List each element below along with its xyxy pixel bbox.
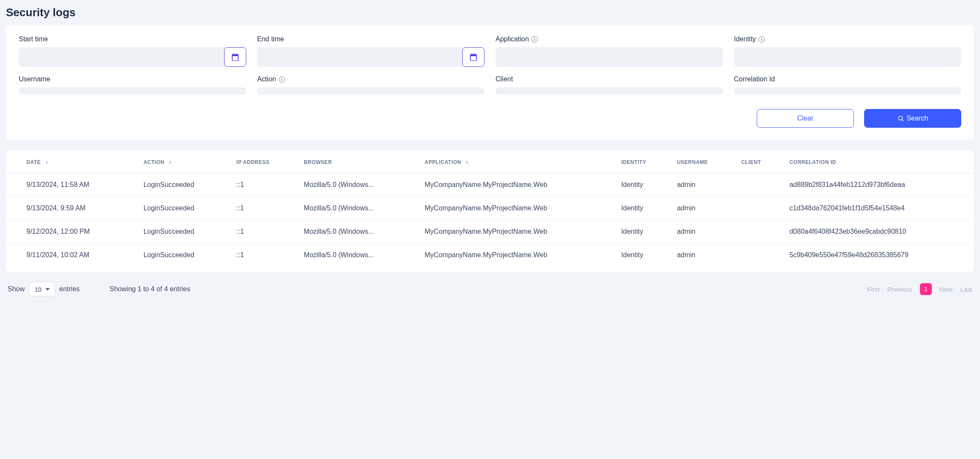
start-time-label: Start time [19, 35, 246, 43]
cell-ip: ::1 [230, 173, 297, 197]
sort-icon: ▲▼ [45, 161, 49, 164]
cell-correlation: c1d348da762041feb1f1d5f54e1548e4 [783, 197, 974, 220]
end-time-label: End time [257, 35, 485, 43]
cell-action: LoginSucceeded [137, 173, 230, 197]
pager-next[interactable]: Next [940, 286, 953, 293]
info-icon[interactable]: i [531, 36, 538, 43]
start-time-calendar-button[interactable] [224, 47, 246, 67]
search-button[interactable]: Search [864, 109, 961, 128]
col-ip-address: IP ADDRESS [230, 150, 297, 173]
cell-username: admin [670, 173, 735, 197]
username-input[interactable] [19, 87, 246, 95]
cell-action: LoginSucceeded [137, 220, 230, 244]
identity-input[interactable] [734, 47, 962, 67]
cell-application: MyCompanyName.MyProjectName.Web [418, 173, 614, 197]
page-title: Security logs [6, 6, 974, 19]
pager: First Previous 1 Next Last [867, 283, 972, 295]
cell-browser: Mozilla/5.0 (Windows... [297, 173, 418, 197]
search-icon [897, 115, 904, 122]
start-time-input[interactable] [19, 47, 225, 67]
cell-application: MyCompanyName.MyProjectName.Web [418, 220, 614, 244]
cell-correlation: ad889b2f831a44feb1212d973bf6deaa [783, 173, 974, 197]
col-browser: BROWSER [297, 150, 418, 173]
info-icon[interactable]: i [758, 36, 765, 43]
calendar-icon [470, 53, 477, 61]
application-input[interactable] [496, 47, 723, 67]
showing-text: Showing 1 to 4 of 4 entries [110, 285, 190, 293]
pager-current[interactable]: 1 [920, 283, 932, 295]
filter-start-time: Start time [19, 35, 246, 67]
application-label: Application i [496, 35, 723, 43]
client-label: Client [496, 75, 723, 83]
entries-label: entries [59, 285, 80, 293]
cell-action: LoginSucceeded [137, 197, 230, 220]
pager-last[interactable]: Last [960, 286, 972, 293]
cell-client [735, 197, 783, 220]
cell-ip: ::1 [230, 220, 297, 244]
cell-username: admin [670, 244, 735, 267]
col-client: CLIENT [735, 150, 783, 173]
action-label: Action i [257, 75, 485, 83]
col-correlation-id: CORRELATION ID [783, 150, 974, 173]
cell-date: 9/13/2024, 11:58 AM [6, 173, 137, 197]
table-row: 9/13/2024, 9:59 AMLoginSucceeded::1Mozil… [6, 197, 974, 220]
pager-previous[interactable]: Previous [887, 286, 912, 293]
cell-username: admin [670, 220, 735, 244]
cell-ip: ::1 [230, 244, 297, 267]
filter-application: Application i [496, 35, 723, 67]
cell-date: 9/13/2024, 9:59 AM [6, 197, 137, 220]
cell-correlation: d080a4f6408f423eb36ee9cabdc90810 [783, 220, 974, 244]
cell-identity: Identity [614, 173, 670, 197]
sort-icon: ▲▼ [169, 161, 172, 164]
pager-first[interactable]: First [867, 286, 879, 293]
username-label: Username [19, 75, 246, 83]
filter-correlation-id: Correlation Id [734, 75, 962, 95]
col-action[interactable]: ACTION ▲▼ [137, 150, 230, 173]
calendar-icon [231, 53, 239, 61]
correlation-id-label: Correlation Id [734, 75, 962, 83]
sort-icon: ▲▼ [465, 161, 469, 164]
cell-action: LoginSucceeded [137, 244, 230, 267]
cell-identity: Identity [614, 244, 670, 267]
cell-date: 9/11/2024, 10:02 AM [6, 244, 137, 267]
filter-username: Username [19, 75, 246, 95]
end-time-input[interactable] [257, 47, 463, 67]
col-username: USERNAME [670, 150, 735, 173]
filter-client: Client [496, 75, 723, 95]
correlation-id-input[interactable] [734, 87, 962, 95]
show-label: Show [8, 285, 25, 293]
cell-ip: ::1 [230, 197, 297, 220]
cell-identity: Identity [614, 220, 670, 244]
filter-end-time: End time [257, 35, 485, 67]
svg-line-1 [902, 120, 903, 121]
cell-application: MyCompanyName.MyProjectName.Web [418, 244, 614, 267]
col-identity: IDENTITY [614, 150, 670, 173]
cell-identity: Identity [614, 197, 670, 220]
table-row: 9/11/2024, 10:02 AMLoginSucceeded::1Mozi… [6, 244, 974, 267]
cell-browser: Mozilla/5.0 (Windows... [297, 197, 418, 220]
info-icon[interactable]: i [279, 76, 285, 83]
table-scroll-area[interactable]: DATE ▲▼ ACTION ▲▼ IP ADDRESS BROWSER APP… [6, 150, 974, 269]
filter-identity: Identity i [734, 35, 962, 67]
cell-username: admin [670, 197, 735, 220]
cell-date: 9/12/2024, 12:00 PM [6, 220, 137, 244]
cell-correlation: 5c9b409e550e47f59e48d26835385679 [783, 244, 974, 267]
end-time-calendar-button[interactable] [462, 47, 484, 67]
col-application[interactable]: APPLICATION ▲▼ [418, 150, 614, 173]
cell-client [735, 220, 783, 244]
table-row: 9/13/2024, 11:58 AMLoginSucceeded::1Mozi… [6, 173, 974, 197]
page-size-select[interactable]: 10 [29, 282, 55, 296]
action-input[interactable] [257, 87, 485, 95]
cell-client [735, 173, 783, 197]
client-input[interactable] [496, 87, 723, 95]
security-logs-table: DATE ▲▼ ACTION ▲▼ IP ADDRESS BROWSER APP… [6, 150, 974, 267]
identity-label: Identity i [734, 35, 962, 43]
filters-card: Start time End time [6, 25, 974, 140]
results-card: DATE ▲▼ ACTION ▲▼ IP ADDRESS BROWSER APP… [6, 150, 974, 272]
cell-application: MyCompanyName.MyProjectName.Web [418, 197, 614, 220]
cell-browser: Mozilla/5.0 (Windows... [297, 244, 418, 267]
col-date[interactable]: DATE ▲▼ [6, 150, 137, 173]
cell-client [735, 244, 783, 267]
table-footer: Show 10 entries Showing 1 to 4 of 4 entr… [6, 280, 974, 298]
clear-button[interactable]: Clear [757, 109, 854, 128]
